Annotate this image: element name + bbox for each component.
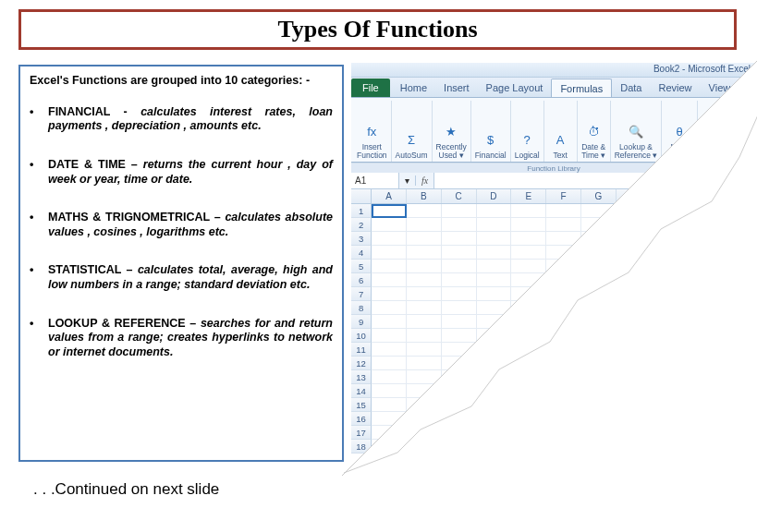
cell[interactable]: [372, 412, 407, 426]
cell[interactable]: [511, 384, 546, 398]
cell[interactable]: [477, 357, 512, 370]
file-tab[interactable]: File: [351, 79, 390, 97]
row-header[interactable]: 13: [351, 370, 372, 384]
cell[interactable]: [546, 384, 581, 398]
cell[interactable]: [721, 398, 756, 412]
cell[interactable]: [511, 315, 546, 329]
cell[interactable]: [442, 370, 477, 384]
cell[interactable]: [546, 412, 581, 426]
cell[interactable]: [477, 412, 512, 426]
cell[interactable]: [372, 232, 407, 246]
row-header[interactable]: 14: [351, 384, 372, 398]
cell[interactable]: [511, 301, 546, 315]
cell[interactable]: [477, 301, 512, 315]
column-header[interactable]: I: [652, 189, 687, 203]
cell[interactable]: [617, 287, 652, 301]
cell[interactable]: [581, 357, 617, 370]
cell[interactable]: [581, 412, 617, 426]
cell[interactable]: [652, 315, 687, 329]
cell[interactable]: [442, 204, 477, 218]
cell[interactable]: [652, 204, 687, 218]
cell[interactable]: [546, 343, 581, 357]
ribbon-button-recently[interactable]: ★Recently Used ▾: [433, 101, 471, 162]
cell[interactable]: [652, 398, 687, 412]
cell[interactable]: [617, 260, 652, 273]
cell[interactable]: [581, 232, 617, 246]
cell[interactable]: [652, 343, 687, 357]
row-header[interactable]: 4: [351, 246, 372, 260]
tab-insert[interactable]: Insert: [435, 79, 478, 97]
cell[interactable]: [511, 370, 546, 384]
cell[interactable]: [407, 204, 442, 218]
cell[interactable]: [407, 398, 442, 412]
cell[interactable]: [686, 232, 721, 246]
cell[interactable]: [546, 398, 581, 412]
cell[interactable]: [407, 315, 442, 329]
cell[interactable]: [721, 246, 756, 260]
column-header[interactable]: J: [686, 189, 721, 203]
cell[interactable]: [511, 440, 546, 453]
cell[interactable]: [686, 287, 721, 301]
cell[interactable]: [372, 343, 407, 357]
cell[interactable]: [721, 426, 756, 440]
row-header[interactable]: 16: [351, 412, 372, 426]
cell[interactable]: [686, 246, 721, 260]
cell[interactable]: [721, 204, 756, 218]
cell[interactable]: [581, 426, 617, 440]
cell[interactable]: [652, 426, 687, 440]
cell[interactable]: [407, 260, 442, 273]
cell[interactable]: [686, 412, 721, 426]
column-header[interactable]: C: [442, 189, 477, 203]
cell[interactable]: [442, 343, 477, 357]
cell[interactable]: [721, 440, 756, 453]
cell[interactable]: [477, 260, 512, 273]
cell[interactable]: [721, 357, 756, 370]
tab-view[interactable]: View: [701, 79, 739, 97]
cell[interactable]: [407, 301, 442, 315]
cell[interactable]: [581, 370, 617, 384]
cell[interactable]: [546, 273, 581, 287]
row-header[interactable]: 15: [351, 398, 372, 412]
cell[interactable]: [372, 301, 407, 315]
cell[interactable]: [442, 301, 477, 315]
cell[interactable]: [617, 426, 652, 440]
spreadsheet-grid[interactable]: ABCDEFGHIJK 123456789101112131415161718: [351, 189, 756, 476]
cell[interactable]: [407, 246, 442, 260]
cell[interactable]: [617, 398, 652, 412]
cell[interactable]: [686, 440, 721, 453]
cell[interactable]: [442, 398, 477, 412]
cell[interactable]: [617, 343, 652, 357]
cell[interactable]: [372, 315, 407, 329]
cell[interactable]: [652, 232, 687, 246]
fx-icon[interactable]: fx: [416, 173, 434, 188]
cell[interactable]: [407, 329, 442, 343]
cell[interactable]: [617, 204, 652, 218]
cell[interactable]: [652, 260, 687, 273]
cell[interactable]: [372, 204, 407, 218]
cell[interactable]: [581, 218, 617, 232]
cell[interactable]: [686, 301, 721, 315]
cell[interactable]: [686, 273, 721, 287]
cell[interactable]: [372, 329, 407, 343]
cell[interactable]: [686, 398, 721, 412]
cell[interactable]: [407, 370, 442, 384]
cell[interactable]: [652, 329, 687, 343]
cell[interactable]: [477, 398, 512, 412]
cell[interactable]: [617, 329, 652, 343]
cell[interactable]: [581, 204, 617, 218]
ribbon-button-financial[interactable]: $Financial: [471, 101, 511, 162]
cell[interactable]: [442, 329, 477, 343]
cell[interactable]: [372, 440, 407, 453]
cell[interactable]: [407, 343, 442, 357]
cell[interactable]: [652, 370, 687, 384]
cell[interactable]: [407, 218, 442, 232]
cell[interactable]: [721, 315, 756, 329]
cell[interactable]: [546, 204, 581, 218]
ribbon-button-more[interactable]: ⋯More Functions ▾: [698, 101, 746, 162]
column-header[interactable]: G: [581, 189, 617, 203]
ribbon-button-text[interactable]: AText: [544, 101, 578, 162]
cell[interactable]: [686, 315, 721, 329]
cell[interactable]: [686, 370, 721, 384]
cell[interactable]: [407, 232, 442, 246]
cell[interactable]: [372, 384, 407, 398]
